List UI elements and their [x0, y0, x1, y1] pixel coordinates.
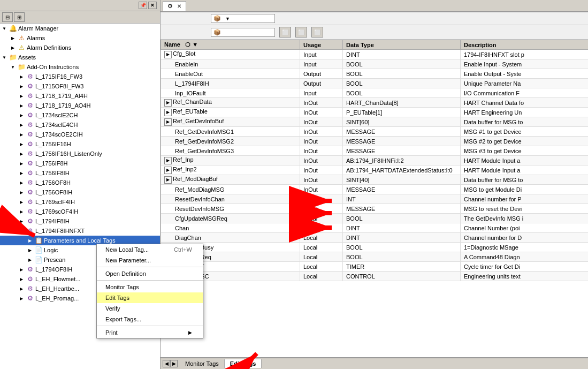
tree-expander[interactable]: ▶	[17, 217, 26, 225]
tree-expander[interactable]: ▶	[26, 255, 34, 264]
tree-item-l1794if8ih[interactable]: ▶ ⚙ L_1794IF8IH	[0, 216, 160, 226]
tree-item-l1715of8[interactable]: ▶ ⚙ L_1715OF8I_FW3	[0, 81, 160, 91]
table-row[interactable]: ▶Ref_ModDiagBufInOutSINT[40]Data buffer …	[161, 175, 589, 185]
tree-item-l1756if8h[interactable]: ▶ ⚙ L_1756IF8H	[0, 159, 160, 168]
menu-item-edit-tags[interactable]: Edit Tags	[161, 292, 203, 303]
tree-expander[interactable]: ▶	[17, 149, 26, 158]
context-btn1[interactable]: ⬜	[279, 27, 291, 37]
table-row[interactable]: ▶Ref_ChanDataInOutHART_ChanData[8]HART C…	[161, 98, 589, 108]
table-row[interactable]: Ref_GetDevInfoMSG2InOutMESSAGEMSG #2 to …	[161, 137, 589, 146]
table-row[interactable]: ResetDevInfoChanInOutINTChannel number f…	[161, 194, 589, 204]
table-row[interactable]: CfgUpdateMSGReqLocalBOOLThe GetDevInfo M…	[161, 214, 589, 223]
tree-item-l1734scie2ch[interactable]: ▶ ⚙ L_1734sclE2CH	[0, 110, 160, 120]
tree-expander[interactable]: ▶	[26, 246, 34, 254]
menu-item-new-local-tag[interactable]: New Local Tag...Ctrl+W	[161, 244, 203, 255]
tab-close-button[interactable]: ✕	[177, 3, 181, 9]
table-row[interactable]: ▶Ref_GetDevInfoBufInOutSINT[60]Data buff…	[161, 117, 589, 127]
tree-item-aoi[interactable]: ▼ 📁 Add-On Instructions	[0, 62, 160, 72]
tree-item-l1756of8h[interactable]: ▶ ⚙ L_1756OF8H	[0, 178, 160, 187]
tree-expander[interactable]: ▼	[0, 24, 9, 33]
collapse-all-button[interactable]: ⊟	[2, 12, 13, 22]
table-row[interactable]: DiagMSGBusyLocalBOOL1=Diagnostic MSage	[161, 243, 589, 252]
bottom-prev-button[interactable]: ◀	[163, 360, 170, 367]
table-row[interactable]: EnableOutOutputBOOLEnable Output - Syste	[161, 69, 589, 79]
table-row[interactable]: Inp_IOFaultInputBOOLI/O Communication F	[161, 88, 589, 98]
tree-expander[interactable]: ▼	[0, 53, 9, 62]
tree-item-l1756if8ih[interactable]: ▶ ⚙ L_1756IF8IH	[0, 168, 160, 178]
tree-item-l1756of8ih[interactable]: ▶ ⚙ L_1756OF8IH	[0, 187, 160, 197]
table-row[interactable]: _EUTextFSCLocalCONTROLEngineering units …	[161, 272, 589, 281]
tree-expander[interactable]: ▶	[17, 207, 26, 216]
context-btn3[interactable]: ⬜	[311, 27, 323, 37]
tree-item-l1718_1719_ao4h[interactable]: ▶ ⚙ L_1718_1719_AO4H	[0, 101, 160, 110]
tree-expander[interactable]: ▶	[17, 198, 26, 206]
tree-expander[interactable]: ▶	[17, 284, 26, 293]
tree-expander[interactable]: ▶	[17, 169, 26, 177]
table-row[interactable]: DiagMSGReqLocalBOOLA Command48 Diagn	[161, 252, 589, 262]
main-tab[interactable]: ⚙ ✕	[163, 1, 186, 11]
tree-expander[interactable]: ▶	[17, 265, 26, 274]
menu-item-print[interactable]: Print▶	[161, 327, 203, 338]
tree-expander[interactable]: ▼	[17, 227, 26, 235]
tree-item-alarm-manager[interactable]: ▼ 🔔 Alarm Manager	[0, 24, 160, 33]
table-row[interactable]: L_1794IF8IHOutputBOOLUnique Parameter Na	[161, 79, 589, 88]
bottom-tab-1[interactable]: Edit Tags	[225, 359, 262, 368]
tree-item-l1756if16h_listen[interactable]: ▶ ⚙ L_1756IF16H_ListenOnly	[0, 149, 160, 159]
pin-icon[interactable]: 📌	[139, 2, 147, 9]
table-row[interactable]: ▶Ref_EUTableInOutP_EUTable[1]HART Engine…	[161, 108, 589, 117]
table-row[interactable]: Ref_GetDevInfoMSG3InOutMESSAGEMSG #3 to …	[161, 146, 589, 156]
menu-item-verify[interactable]: Verify	[161, 303, 203, 314]
bottom-next-button[interactable]: ▶	[170, 360, 178, 367]
tree-item-alarms[interactable]: ▶ ⚠ Alarms	[0, 33, 160, 43]
expand-all-button[interactable]: ⊞	[14, 12, 25, 22]
tree-expander[interactable]: ▶	[17, 111, 26, 119]
tree-expander[interactable]: ▶	[26, 236, 34, 245]
row-expander[interactable]: ▶	[164, 167, 172, 174]
table-row[interactable]: Ref_GetDevInfoMSG1InOutMESSAGEMSG #1 to …	[161, 127, 589, 137]
row-expander[interactable]: ▶	[164, 157, 172, 164]
tree-item-alarm-defs[interactable]: ▶ ⚠ Alarm Definitions	[0, 43, 160, 52]
tree-expander[interactable]: ▶	[17, 130, 26, 139]
tree-item-l1715if16[interactable]: ▶ ⚙ L_1715IF16_FW3	[0, 72, 160, 81]
context-btn2[interactable]: ⬜	[295, 27, 307, 37]
row-expander[interactable]: ▶	[164, 99, 172, 107]
tree-item-l1769scof4ih[interactable]: ▶ ⚙ L_1769scOF4IH	[0, 207, 160, 216]
table-row[interactable]: Ref_ModDiagMSGInOutMESSAGEMSG to get Mod…	[161, 185, 589, 194]
tree-item-l1756if16h[interactable]: ▶ ⚙ L_1756IF16H	[0, 139, 160, 149]
close-panel-icon[interactable]: ✕	[148, 2, 157, 9]
tree-expander[interactable]: ▶	[9, 34, 17, 42]
table-row[interactable]: EnableInInputBOOLEnable Input - System	[161, 59, 589, 69]
tree-expander[interactable]: ▼	[9, 63, 17, 71]
tree-expander[interactable]: ▶	[17, 101, 26, 110]
table-row[interactable]: ChanLocalDINTChannel Number (poi	[161, 223, 589, 233]
row-expander[interactable]: ▶	[164, 51, 172, 58]
menu-item-monitor-tags[interactable]: Monitor Tags	[161, 282, 203, 292]
tree-item-assets[interactable]: ▼ 📁 Assets	[0, 52, 160, 62]
table-row[interactable]: ResetDevInfoMSGInOutMESSAGEMSG to reset …	[161, 204, 589, 214]
tree-item-l1794if8ihnfxt[interactable]: ▼ ⚙ L_1794IF8IHNFXT	[0, 226, 160, 236]
tree-expander[interactable]: ▶	[17, 82, 26, 91]
row-expander[interactable]: ▶	[164, 109, 172, 116]
bottom-tab-0[interactable]: Monitor Tags	[180, 359, 225, 368]
tree-item-l1734scie4ch[interactable]: ▶ ⚙ L_1734sclE4CH	[0, 120, 160, 130]
menu-item-new-parameter[interactable]: New Parameter...	[161, 255, 203, 266]
tree-expander[interactable]: ▶	[17, 188, 26, 197]
tree-expander[interactable]: ▶	[17, 178, 26, 187]
row-expander[interactable]: ▶	[164, 118, 172, 126]
tree-expander[interactable]: ▶	[17, 72, 26, 81]
table-row[interactable]: DiagMSGTLocalTIMERCycle timer for Get Di	[161, 262, 589, 272]
menu-item-open-definition[interactable]: Open Definition	[161, 268, 203, 279]
table-row[interactable]: ▶Ref_InpInOutAB:1794_IF8IHNFi:I:2HART Mo…	[161, 156, 589, 165]
tree-expander[interactable]: ▶	[17, 121, 26, 129]
scope-select[interactable]: 📦 ▼	[211, 14, 275, 23]
tree-expander[interactable]: ▶	[9, 43, 17, 52]
context-select[interactable]: 📦	[211, 28, 275, 37]
tree-item-l1734scoe2cih[interactable]: ▶ ⚙ L_1734scOE2CIH	[0, 130, 160, 139]
row-expander[interactable]: ▶	[164, 176, 172, 184]
table-row[interactable]: ▶Ref_Inp2InOutAB:1794_HARTDATAExtendedSt…	[161, 165, 589, 175]
table-row[interactable]: DiagChanLocalDINTChannel number for D	[161, 233, 589, 243]
tree-expander[interactable]: ▶	[17, 92, 26, 100]
menu-item-export-tags[interactable]: Export Tags...	[161, 314, 203, 325]
tree-expander[interactable]: ▶	[17, 159, 26, 168]
tree-item-l1769sclf4ih[interactable]: ▶ ⚙ L_1769sclF4IH	[0, 197, 160, 207]
